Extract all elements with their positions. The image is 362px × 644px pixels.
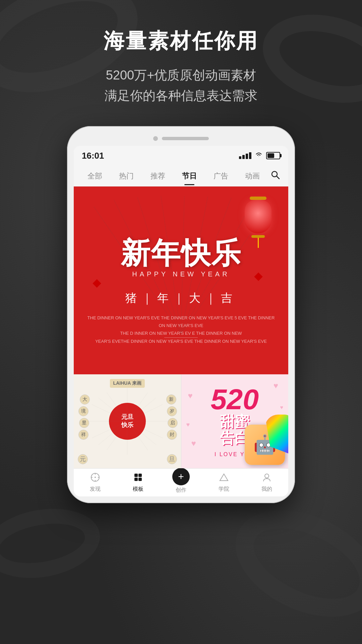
wifi-icon [255, 151, 263, 160]
tab-hot[interactable]: 热门 [111, 168, 142, 185]
banner-sub-en: HAPPY NEW YEAR [132, 270, 230, 278]
front-camera [153, 136, 158, 141]
phone-frame: 16:01 [67, 126, 295, 503]
banner-divider [164, 337, 198, 338]
card-yuandan[interactable]: LAIHUA 来画 大 境 昱 祥 新 岁 启 封 元旦 快乐 [74, 374, 181, 468]
nav-template-label: 模板 [133, 486, 143, 493]
svg-rect-27 [134, 478, 138, 481]
svg-marker-29 [220, 474, 228, 481]
nav-mine-label: 我的 [261, 486, 272, 493]
category-tabs: 全部 热门 推荐 节日 广告 动画 [74, 164, 288, 186]
search-button[interactable] [268, 168, 283, 186]
triangle-icon [219, 473, 229, 484]
battery-icon [266, 152, 280, 159]
tab-animation[interactable]: 动画 [237, 168, 268, 185]
nav-mine[interactable]: 我的 [245, 473, 288, 494]
banner-description: THE DINNER ON NEW YEAR'S EVE THE DINNER … [74, 314, 288, 345]
mascot-character: 🤖 [238, 415, 288, 468]
create-button[interactable]: + [172, 468, 190, 485]
card-520[interactable]: ♥ ♥ ♥ ♥ ♥ 520 甜蜜 告白 I LOVE YOU [181, 374, 289, 468]
grid-icon [133, 473, 143, 484]
status-icons [239, 151, 280, 160]
compass-icon [90, 473, 100, 484]
phone-screen: 16:01 [74, 146, 288, 496]
phone-mockup: 16:01 [0, 126, 362, 503]
phone-top-bezel [74, 136, 288, 141]
nav-academy[interactable]: 学院 [202, 473, 245, 494]
banner-sub-cn: 猪｜年｜大｜吉 [125, 290, 237, 306]
svg-rect-25 [134, 474, 138, 477]
lantern-decoration [245, 197, 272, 248]
svg-line-1 [277, 176, 279, 179]
svg-rect-26 [138, 474, 142, 477]
speaker-grille [162, 137, 209, 140]
header-section: 海量素材任你用 5200万+优质原创动画素材 满足你的各种信息表达需求 [0, 0, 362, 106]
signal-icon [239, 152, 251, 159]
status-bar: 16:01 [74, 146, 288, 164]
love-number: 520 [211, 385, 259, 414]
tab-recommend[interactable]: 推荐 [142, 168, 174, 185]
bottom-nav: 发现 模板 + 创作 [74, 468, 288, 496]
status-time: 16:01 [82, 151, 104, 161]
subtitle: 5200万+优质原创动画素材 满足你的各种信息表达需求 [0, 65, 362, 106]
page-title: 海量素材任你用 [0, 27, 362, 55]
person-icon [262, 473, 272, 484]
nav-discover-label: 发现 [90, 486, 101, 493]
nav-discover[interactable]: 发现 [74, 473, 117, 494]
tab-holiday[interactable]: 节日 [174, 168, 205, 185]
svg-rect-28 [138, 478, 142, 481]
nav-create-label: 创作 [176, 487, 186, 494]
main-banner[interactable]: 新年快乐 HAPPY NEW YEAR 猪｜年｜大｜吉 THE DINNER O… [74, 186, 288, 374]
tab-ad[interactable]: 广告 [205, 168, 237, 185]
svg-point-20 [95, 477, 96, 478]
nav-create[interactable]: + 创作 [160, 473, 202, 494]
banner-main-text: 新年快乐 [121, 233, 241, 273]
nav-academy-label: 学院 [219, 486, 229, 493]
nav-template[interactable]: 模板 [117, 473, 160, 494]
cards-row: LAIHUA 来画 大 境 昱 祥 新 岁 启 封 元旦 快乐 [74, 374, 288, 468]
tab-all[interactable]: 全部 [79, 168, 111, 185]
svg-point-30 [265, 474, 269, 478]
card-border-deco [74, 374, 181, 468]
